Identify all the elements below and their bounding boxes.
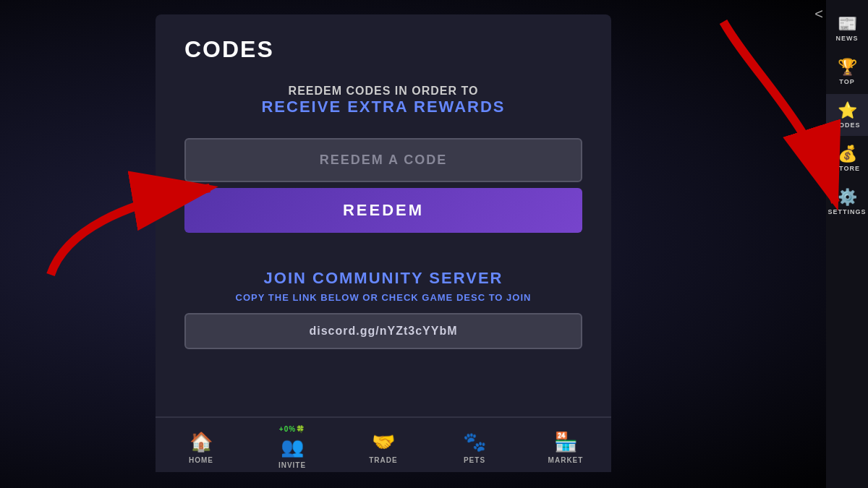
modal-subtitle: REEDEM CODES IN ORDER TO RECEIVE EXTRA R… bbox=[184, 85, 582, 116]
discord-link[interactable]: discord.gg/nYZt3cYYbM bbox=[184, 313, 582, 349]
community-title: JOIN COMMUNITY SERVER bbox=[184, 269, 582, 288]
nav-item-invite[interactable]: +0%🍀 👥 INVITE bbox=[267, 425, 318, 469]
invite-icon: 👥 bbox=[281, 436, 305, 458]
left-arrow bbox=[36, 145, 224, 289]
nav-label-trade: TRADE bbox=[369, 456, 397, 464]
community-section: JOIN COMMUNITY SERVER COPY THE LINK BELO… bbox=[184, 269, 582, 349]
nav-item-home[interactable]: 🏠 HOME bbox=[176, 431, 226, 464]
nav-label-home: HOME bbox=[189, 456, 213, 464]
nav-label-market: MARKET bbox=[548, 456, 584, 464]
nav-label-pets: PETS bbox=[464, 456, 485, 464]
redeem-button[interactable]: REEDEM bbox=[184, 188, 582, 233]
community-subtitle: COPY THE LINK BELOW OR CHECK GAME DESC T… bbox=[184, 292, 582, 303]
nav-item-pets[interactable]: 🐾 PETS bbox=[449, 431, 500, 464]
pets-icon: 🐾 bbox=[463, 431, 487, 453]
nav-item-market[interactable]: 🏪 MARKET bbox=[540, 431, 591, 464]
nav-item-trade[interactable]: 🤝 TRADE bbox=[358, 431, 409, 464]
bottom-nav: 🏠 HOME +0%🍀 👥 INVITE 🤝 TRADE 🐾 PETS 🏪 MA… bbox=[156, 416, 611, 472]
right-arrow bbox=[651, 14, 854, 231]
modal-title: CODES bbox=[184, 36, 582, 63]
market-icon: 🏪 bbox=[554, 431, 578, 453]
trade-icon: 🤝 bbox=[372, 431, 396, 453]
home-icon: 🏠 bbox=[190, 431, 213, 453]
subtitle-line1: REEDEM CODES IN ORDER TO bbox=[184, 85, 582, 98]
subtitle-line2: RECEIVE EXTRA REWARDS bbox=[184, 98, 582, 116]
code-input[interactable] bbox=[184, 138, 582, 182]
nav-label-invite: INVITE bbox=[278, 461, 306, 469]
invite-badge: +0%🍀 bbox=[279, 425, 305, 433]
